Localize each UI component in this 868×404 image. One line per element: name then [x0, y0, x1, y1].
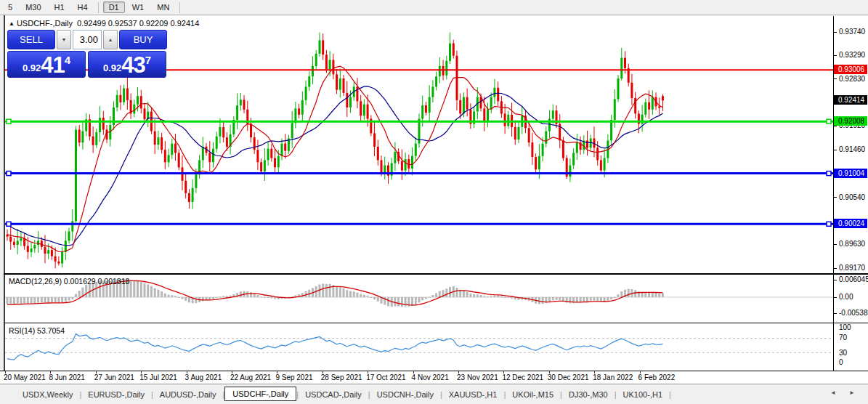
chart-tab-bar: USDX,Weekly|EURUSD-,Daily|AUDUSD-,Daily|… [0, 384, 868, 404]
date-label: 15 Jul 2021 [139, 373, 177, 381]
buy-button[interactable]: BUY [119, 30, 167, 49]
timeframe-button-w1[interactable]: W1 [126, 1, 150, 13]
price-tick-label: 0.93740 [839, 28, 865, 36]
macd-tick-label: 0.00 [839, 293, 853, 301]
price-tick-mark [834, 78, 837, 79]
date-axis[interactable]: 20 May 20218 Jun 202127 Jun 202115 Jul 2… [0, 371, 868, 384]
price-tick-label: 0.93290 [839, 51, 865, 59]
timeframe-button-d1[interactable]: D1 [103, 1, 125, 13]
macd-tick-mark [834, 297, 837, 298]
down-arrow-icon: ▾ [62, 36, 65, 43]
volume-increase-button[interactable]: ▴ [103, 30, 118, 49]
volume-input[interactable] [73, 30, 102, 49]
date-label: 27 Jun 2021 [94, 373, 134, 381]
tab-usdcnh-daily[interactable]: USDCNH-,Daily [370, 388, 440, 401]
toolbar-separator [179, 2, 180, 13]
tab-eurusd-daily[interactable]: EURUSD-,Daily [81, 388, 151, 401]
sell-price-big: 41 [41, 54, 64, 76]
level-price-label: 0.90024 [834, 219, 867, 228]
price-tick-mark [834, 55, 837, 56]
date-label: 30 Dec 2021 [548, 373, 589, 381]
date-label: 28 Sep 2021 [321, 373, 362, 381]
tab-xauusd-h1[interactable]: XAUUSD-,H1 [442, 388, 504, 401]
sell-button[interactable]: SELL [7, 30, 55, 49]
rsi-tick-label: 100 [839, 323, 851, 331]
price-tick-mark [834, 150, 837, 150]
buy-price-display[interactable]: 0.92437 [88, 51, 166, 78]
timeframe-button-5[interactable]: 5 [2, 1, 18, 13]
last-price-label: 0.92414 [834, 95, 867, 105]
price-tick-label: 0.89170 [839, 264, 865, 272]
tab-usdchf-daily[interactable]: USDCHF-,Daily [224, 387, 296, 401]
date-label: 23 Nov 2021 [457, 373, 498, 381]
date-label: 18 Jan 2022 [593, 373, 633, 381]
chart-symbol-period: USDCHF-,Daily [17, 19, 73, 28]
tab-usdx-weekly[interactable]: USDX,Weekly [16, 388, 79, 401]
date-label: 22 Aug 2021 [230, 373, 271, 381]
price-tick-label: 0.91460 [839, 145, 865, 153]
rsi-label: RSI(14) 53.7054 [9, 326, 65, 335]
collapse-icon[interactable]: ▲ [9, 20, 15, 27]
macd-tick-label: -0.005383 [839, 309, 868, 317]
price-tick-mark [834, 32, 837, 33]
sell-price-display[interactable]: 0.92414 [7, 51, 86, 78]
up-arrow-icon: ▴ [109, 36, 112, 43]
date-label: 4 Nov 2021 [412, 373, 449, 381]
timeframe-toolbar: 5M30H1H4D1W1MN [0, 0, 868, 15]
rsi-indicator-chart[interactable] [5, 324, 833, 371]
tab-uk100-h1[interactable]: UK100-,H1 [617, 388, 669, 401]
chart-title: ▲USDCHF-,Daily 0.92499 0.92537 0.92209 0… [9, 19, 199, 28]
price-tick-mark [834, 268, 837, 269]
macd-tick-label: 0.006045 [839, 275, 868, 283]
level-price-label: 0.93006 [834, 65, 867, 74]
tab-audusd-daily[interactable]: AUDUSD-,Daily [153, 388, 223, 401]
tab-usdcad-daily[interactable]: USDCAD-,Daily [299, 388, 368, 401]
macd-rsi-divider[interactable] [4, 323, 868, 323]
rsi-tick-label: 0 [839, 358, 843, 366]
date-label: 8 Jun 2021 [49, 373, 85, 381]
macd-tick-mark [834, 313, 837, 314]
chart-ohlc-values: 0.92499 0.92537 0.92209 0.92414 [77, 19, 199, 28]
timeframe-button-m30[interactable]: M30 [20, 1, 46, 13]
date-label: 6 Feb 2022 [638, 373, 676, 381]
macd-tick-mark [834, 280, 837, 280]
price-tick-mark [834, 197, 837, 198]
tab-dj30-m30[interactable]: DJ30-,M30 [562, 388, 615, 401]
tab-separator: | [669, 390, 671, 399]
buy-price-sup: 7 [145, 54, 151, 66]
price-tick-mark [834, 244, 837, 245]
sell-price-sup: 4 [65, 54, 70, 66]
one-click-trading-panel: SELL ▾ ▴ BUY 0.92414 0.92437 [7, 30, 169, 78]
rsi-tick-label: 70 [839, 334, 847, 342]
timeframe-button-mn[interactable]: MN [151, 1, 175, 13]
timeframe-button-h4[interactable]: H4 [72, 1, 94, 13]
price-tick-label: 0.89630 [839, 240, 865, 248]
buy-price-big: 43 [121, 54, 145, 76]
date-label: 12 Dec 2021 [502, 373, 543, 381]
price-axis[interactable]: 0.937400.932900.928300.919200.914600.905… [834, 16, 868, 371]
volume-decrease-button[interactable]: ▾ [57, 30, 71, 49]
level-price-label: 0.92008 [834, 116, 867, 126]
date-label: 3 Aug 2021 [185, 373, 222, 381]
date-label: 17 Oct 2021 [366, 373, 405, 381]
tab-scroll-arrows[interactable]: ◄ ► [830, 389, 861, 396]
level-price-label: 0.91004 [834, 169, 867, 178]
price-tick-label: 0.92830 [839, 75, 865, 83]
buy-price-prefix: 0.92 [103, 62, 121, 73]
sell-price-prefix: 0.92 [23, 62, 41, 73]
price-tick-label: 0.90540 [839, 193, 865, 201]
tab-ukoil-m15[interactable]: UKOil-,M15 [506, 388, 560, 401]
date-label: 20 May 2021 [4, 373, 46, 381]
toolbar-separator [98, 2, 99, 13]
price-macd-divider[interactable] [4, 273, 868, 275]
rsi-tick-label: 30 [839, 349, 847, 357]
timeframe-button-h1[interactable]: H1 [49, 1, 70, 13]
date-label: 9 Sep 2021 [275, 373, 312, 381]
macd-label: MACD(12,26,9) 0.001629 0.001818 [9, 277, 129, 286]
